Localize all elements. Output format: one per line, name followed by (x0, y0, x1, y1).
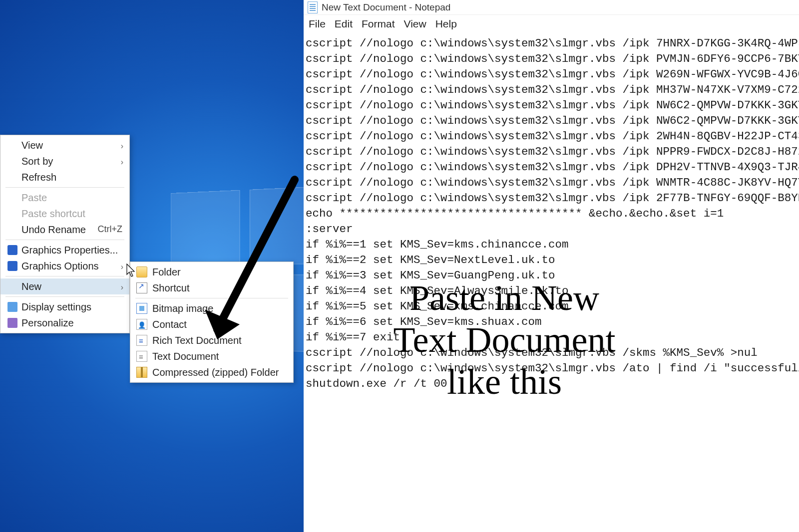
shortcut-icon (136, 282, 147, 293)
menu-item-label: Refresh (21, 172, 56, 183)
menu-item-graphics-options[interactable]: Graphics Options› (0, 258, 129, 274)
chevron-right-icon: › (121, 158, 123, 167)
menu-shortcut: Ctrl+Z (98, 224, 123, 235)
windows-desktop: View›Sort by›RefreshPastePaste shortcutU… (0, 0, 304, 532)
menu-item-label: Graphics Properties... (21, 245, 118, 256)
txt-icon (136, 351, 147, 362)
new-text-document[interactable]: Text Document (130, 348, 293, 364)
menu-item-graphics-properties-[interactable]: Graphics Properties... (0, 242, 129, 258)
menu-item-sort-by[interactable]: Sort by› (0, 153, 129, 169)
new-compressed-zipped-folder[interactable]: Compressed (zipped) Folder (130, 364, 293, 380)
desktop-context-menu: View›Sort by›RefreshPastePaste shortcutU… (0, 135, 130, 333)
menu-item-paste-shortcut: Paste shortcut (0, 206, 129, 222)
menu-item-refresh[interactable]: Refresh (0, 169, 129, 185)
menu-item-new[interactable]: New› (0, 278, 129, 294)
submenu-item-label: Folder (152, 266, 181, 278)
menu-item-display-settings[interactable]: Display settings (0, 299, 129, 315)
chevron-right-icon: › (121, 283, 123, 292)
submenu-item-label: Rich Text Document (152, 335, 242, 346)
rtf-icon (136, 335, 147, 346)
menu-item-label: Paste (21, 192, 47, 204)
notepad-icon (308, 1, 318, 13)
notepad-titlebar[interactable]: New Text Document - Notepad (304, 0, 799, 15)
menu-item-label: Undo Rename (21, 224, 86, 236)
gfx-icon (7, 245, 17, 255)
menu-item-personalize[interactable]: Personalize (0, 315, 129, 331)
menu-item-label: Display settings (21, 301, 91, 313)
folder-icon (136, 266, 147, 277)
submenu-item-label: Shortcut (152, 282, 189, 294)
menu-edit[interactable]: Edit (335, 18, 353, 30)
chevron-right-icon: › (121, 263, 123, 271)
menu-item-label: Paste shortcut (21, 208, 85, 220)
menu-item-label: Graphics Options (21, 261, 99, 272)
new-contact[interactable]: Contact (130, 316, 293, 332)
submenu-item-label: Contact (152, 319, 187, 330)
notepad-menubar: FileEditFormatViewHelp (304, 15, 799, 34)
menu-item-view[interactable]: View› (0, 137, 129, 153)
menu-view[interactable]: View (404, 18, 426, 30)
menu-help[interactable]: Help (435, 18, 457, 30)
menu-item-undo-rename[interactable]: Undo RenameCtrl+Z (0, 222, 129, 238)
submenu-item-label: Bitmap image (152, 303, 213, 314)
notepad-text-area[interactable]: cscript //nologo c:\windows\system32\slm… (304, 34, 799, 394)
zip-icon (136, 367, 147, 378)
new-folder[interactable]: Folder (130, 264, 293, 280)
menu-item-label: Sort by (21, 156, 53, 167)
notepad-title: New Text Document - Notepad (322, 2, 450, 13)
chevron-right-icon: › (121, 142, 123, 151)
submenu-item-label: Compressed (zipped) Folder (152, 367, 279, 378)
submenu-item-label: Text Document (152, 351, 219, 362)
notepad-window: New Text Document - Notepad FileEditForm… (304, 0, 799, 532)
menu-file[interactable]: File (309, 18, 326, 30)
menu-item-label: Personalize (21, 317, 74, 329)
menu-item-label: View (21, 140, 43, 151)
disp-icon (7, 302, 17, 312)
new-shortcut[interactable]: Shortcut (130, 280, 293, 296)
new-bitmap-image[interactable]: Bitmap image (130, 300, 293, 316)
menu-item-paste: Paste (0, 190, 129, 206)
contact-icon (136, 319, 147, 330)
gfx-icon (7, 261, 17, 271)
new-submenu: FolderShortcutBitmap imageContactRich Te… (130, 262, 294, 383)
menu-item-label: New (21, 281, 41, 292)
new-rich-text-document[interactable]: Rich Text Document (130, 332, 293, 348)
pers-icon (7, 318, 17, 328)
bitmap-icon (136, 303, 147, 314)
menu-format[interactable]: Format (362, 18, 395, 30)
